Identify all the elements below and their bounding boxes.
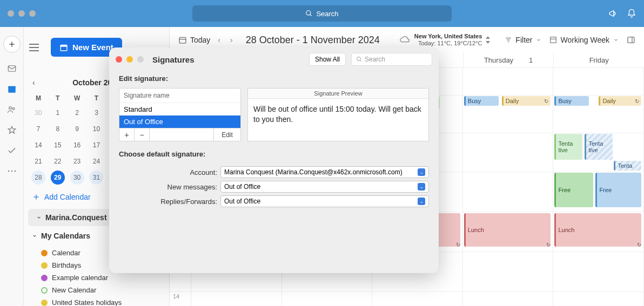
dialog-title: Signatures <box>152 55 194 64</box>
event-lunch[interactable]: Lunch <box>464 213 551 247</box>
today-label: Today <box>190 36 210 44</box>
event-busy[interactable]: Busy <box>554 96 589 106</box>
dialog-search[interactable]: Search <box>351 53 432 66</box>
date-range: 28 October - 1 November 2024 <box>246 35 394 46</box>
event-daily[interactable]: Daily↻ <box>502 96 551 106</box>
replies-field-label: Replies/Forwards: <box>119 198 217 206</box>
mail-icon[interactable] <box>7 64 17 73</box>
today-button[interactable]: Today <box>178 36 210 44</box>
signature-preview-box: Signature Preview Will be out of office … <box>247 88 429 141</box>
view-selector[interactable]: Working Week <box>549 36 619 44</box>
day-header: Friday <box>553 53 644 67</box>
cloud-icon <box>399 34 411 46</box>
event-tentative[interactable]: Tentative <box>554 134 582 160</box>
mini-prev[interactable]: ‹ <box>32 78 35 87</box>
calendar-today-icon <box>178 36 187 44</box>
hamburger-icon[interactable] <box>28 44 40 51</box>
edit-signature-button[interactable]: Edit <box>213 128 240 141</box>
close-window-dot[interactable] <box>8 10 14 17</box>
calendar-item[interactable]: Example calendar <box>41 271 169 284</box>
prev-week[interactable]: ‹ <box>216 36 223 44</box>
calendar-item[interactable]: New Calendar <box>41 284 169 296</box>
recurring-icon: ↻ <box>456 242 460 248</box>
hour-label: 14 <box>173 293 179 300</box>
recurring-icon: ↻ <box>637 242 641 248</box>
recurring-icon: ↻ <box>546 242 551 248</box>
dialog-close-dot[interactable] <box>116 56 122 63</box>
filter-label: Filter <box>515 36 532 44</box>
dialog-minimize-dot[interactable] <box>126 56 133 63</box>
account-field-label: Account: <box>119 168 217 176</box>
plus-icon <box>32 193 40 201</box>
filter-button[interactable]: Filter <box>505 36 542 44</box>
event-tentative[interactable]: Tentative <box>585 134 613 160</box>
more-icon[interactable] <box>7 166 17 176</box>
newmsg-field-label: New messages: <box>119 183 217 191</box>
calendar-icon[interactable] <box>7 84 17 94</box>
new-item-button[interactable] <box>3 36 21 53</box>
calendar-view: Today ‹ › 28 October - 1 November 2024 N… <box>170 27 644 306</box>
nav-rail <box>0 27 24 306</box>
recurring-icon: ↻ <box>635 98 639 104</box>
signature-item[interactable]: Standard <box>119 103 240 115</box>
minimize-window-dot[interactable] <box>18 10 25 17</box>
window-controls <box>8 10 36 17</box>
svg-point-7 <box>9 107 11 110</box>
chevron-down-icon <box>613 37 619 43</box>
checkmark-icon[interactable] <box>7 146 17 155</box>
choose-default-label: Choose default signature: <box>109 147 439 161</box>
zoom-window-dot[interactable] <box>29 10 36 17</box>
newmsg-select[interactable]: Out of Office ⌄ <box>220 181 429 193</box>
calendar-item[interactable]: United States holidays <box>41 296 169 306</box>
svg-rect-6 <box>8 86 16 88</box>
topbar-actions <box>608 9 636 18</box>
megaphone-icon[interactable] <box>608 9 618 18</box>
replies-select[interactable]: Out of Office ⌄ <box>220 195 429 207</box>
bell-icon[interactable] <box>627 9 636 18</box>
day-column: Busy Daily↻ Tentative Tentative Tenta Fr… <box>553 68 644 306</box>
svg-line-29 <box>360 60 362 62</box>
add-signature-button[interactable]: + <box>119 128 135 141</box>
weather-widget[interactable]: New York, United States Today: 11°C, 19°… <box>399 33 491 47</box>
next-week[interactable]: › <box>228 36 235 44</box>
replies-value: Out of Office <box>224 198 260 205</box>
defaults-section: Account: Marina Conquest (Marina.Conques… <box>109 161 439 217</box>
view-label: Working Week <box>560 36 609 44</box>
chevron-down-icon <box>36 215 42 220</box>
panel-icon[interactable] <box>627 36 635 44</box>
event-free[interactable]: Free <box>554 173 593 207</box>
search-icon <box>305 10 313 17</box>
signature-list-header: Signature name <box>119 89 240 103</box>
signature-item-selected[interactable]: Out of Office <box>119 115 240 128</box>
event-tentative[interactable]: Tenta <box>614 161 641 171</box>
chevron-down-icon <box>32 233 37 239</box>
account-select[interactable]: Marina Conquest (Marina.Conquest@x462x.o… <box>220 166 429 178</box>
my-calendars-label: My Calendars <box>41 232 90 240</box>
svg-rect-19 <box>179 37 186 43</box>
day-header: Thursday 1 <box>463 53 554 67</box>
dialog-search-placeholder: Search <box>365 56 385 63</box>
global-search[interactable]: Search <box>192 5 452 22</box>
grid-icon <box>549 36 557 44</box>
calendar-plus-icon <box>59 43 68 52</box>
dialog-titlebar: Signatures Show All Search <box>109 47 439 71</box>
event-busy[interactable]: Busy <box>464 96 499 106</box>
svg-point-9 <box>8 171 9 172</box>
signature-list[interactable]: Standard Out of Office <box>119 103 240 128</box>
people-icon[interactable] <box>7 105 17 114</box>
titlebar: Search <box>0 0 644 27</box>
newmsg-value: Out of Office <box>224 183 260 191</box>
preview-header: Signature Preview <box>248 89 428 99</box>
dialog-zoom-dot <box>137 56 144 63</box>
event-free[interactable]: Free <box>595 173 641 207</box>
event-lunch[interactable]: Lunch <box>554 213 641 247</box>
svg-rect-24 <box>551 37 556 43</box>
star-icon[interactable] <box>7 125 17 135</box>
remove-signature-button[interactable]: − <box>135 128 150 141</box>
show-all-button[interactable]: Show All <box>309 53 346 66</box>
select-chevron-icon: ⌄ <box>418 183 425 191</box>
event-daily[interactable]: Daily↻ <box>599 96 641 106</box>
svg-line-1 <box>310 15 312 16</box>
search-placeholder: Search <box>316 10 338 18</box>
signature-list-buttons: + − Edit <box>119 128 240 141</box>
